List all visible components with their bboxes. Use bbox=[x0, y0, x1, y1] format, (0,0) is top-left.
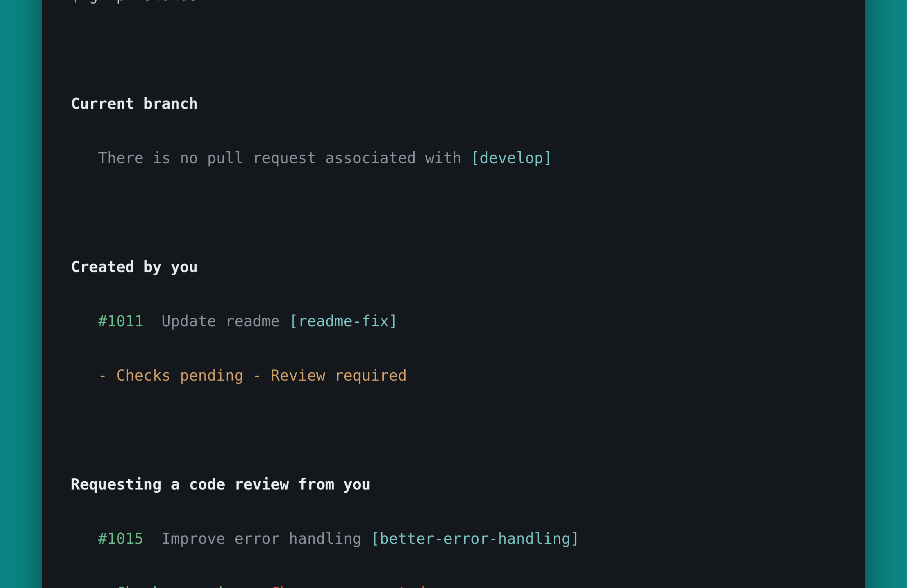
section-heading-review-requested: Requesting a code review from you bbox=[71, 471, 836, 498]
section-heading-current-branch: Current branch bbox=[71, 90, 836, 117]
pr-number-review: #1015 bbox=[98, 530, 143, 547]
pr-branch-created: [readme-fix] bbox=[289, 312, 398, 330]
pr-title-created: Update readme bbox=[162, 312, 280, 330]
terminal-output: $ gh pr status Current branch There is n… bbox=[71, 0, 836, 588]
current-branch-name: [develop] bbox=[471, 149, 553, 167]
pr-title-review: Improve error handling bbox=[162, 530, 362, 547]
current-branch-message: There is no pull request associated with bbox=[98, 149, 471, 167]
section-heading-created-by-you: Created by you bbox=[71, 253, 836, 281]
changes-requested-status: + Changes requested bbox=[253, 584, 425, 588]
checks-passing-status: ✓ Checks passing bbox=[98, 584, 244, 588]
terminal-window: $ gh pr status Current branch There is n… bbox=[42, 0, 865, 588]
prompt-symbol: $ bbox=[71, 0, 80, 4]
command-text: gh pr status bbox=[89, 0, 198, 4]
pr-number-created: #1011 bbox=[98, 312, 143, 330]
pr-branch-review: [better-error-handling] bbox=[370, 530, 580, 547]
pr-status-created: - Checks pending - Review required bbox=[98, 367, 407, 384]
